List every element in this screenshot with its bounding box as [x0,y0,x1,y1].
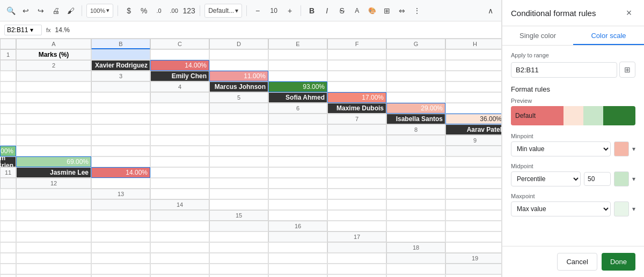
paint-format-icon[interactable]: 🖌 [64,4,77,17]
zoom-selector[interactable]: 100% ▾ [86,4,113,18]
cell-e14[interactable] [445,199,501,210]
cell-h19[interactable] [327,264,386,274]
cell-h1[interactable] [445,49,501,60]
cell-i16[interactable] [209,231,268,242]
cell-d17[interactable] [0,242,16,253]
cell-a4[interactable]: Marcus Johnson [209,81,268,92]
minpoint-color-swatch[interactable] [614,141,629,156]
font-size-increase-icon[interactable]: + [283,4,296,17]
cell-b4[interactable]: 93.00% [268,81,327,92]
cell-g4[interactable] [0,92,16,103]
cell-h8[interactable] [268,135,327,146]
cell-e4[interactable] [445,81,501,92]
cell-i8[interactable] [327,135,386,146]
text-color-icon[interactable]: A [350,4,363,17]
font-size-decrease-icon[interactable]: − [251,4,264,17]
range-grid-icon[interactable]: ⊞ [619,62,635,78]
cell-a12[interactable] [91,178,150,189]
cell-h4[interactable] [16,92,91,103]
cell-f13[interactable] [445,189,501,199]
cell-h11[interactable] [445,167,501,178]
cell-c10[interactable] [91,156,150,167]
cell-a10[interactable]: Liam O'Brien [0,156,16,167]
cell-f8[interactable] [150,135,209,146]
cell-f12[interactable] [386,178,445,189]
cell-d7[interactable] [0,124,16,135]
cell-b13[interactable] [209,189,268,199]
cell-a20[interactable] [0,274,16,277]
cell-d12[interactable] [268,178,327,189]
cell-h18[interactable] [268,253,327,264]
cell-e7[interactable] [16,124,91,135]
cell-c3[interactable] [268,71,327,81]
cell-a2[interactable]: Xavier Rodriguez [91,60,150,71]
cell-a6[interactable]: Maxime Dubois [327,103,386,114]
cell-g6[interactable] [91,114,150,124]
font-size-input[interactable] [266,7,281,14]
decimal-inc-icon[interactable]: .00 [167,4,180,17]
cell-a11[interactable]: Jasmine Lee [16,167,91,178]
cell-a16[interactable] [327,221,386,231]
cell-e6[interactable] [0,114,16,124]
cell-i19[interactable] [386,264,445,274]
cell-c5[interactable] [386,92,445,103]
cell-a14[interactable] [209,199,268,210]
cell-c4[interactable] [327,81,386,92]
cell-g10[interactable] [327,156,386,167]
cell-f10[interactable] [268,156,327,167]
cell-b1[interactable] [91,49,150,60]
cell-a1[interactable]: Marks (%) [16,49,91,60]
cell-b15[interactable] [327,210,386,221]
cell-e12[interactable] [327,178,386,189]
maxpoint-color-dropdown[interactable]: ▾ [632,205,635,213]
cell-g19[interactable] [268,264,327,274]
done-button[interactable]: Done [602,253,635,271]
cell-a8[interactable]: Aarav Patel [445,124,501,135]
cell-b2[interactable]: 14.00% [150,60,209,71]
cell-i20[interactable] [445,274,501,277]
cell-b11[interactable]: 14.00% [91,167,150,178]
cell-f18[interactable] [150,253,209,264]
cell-g7[interactable] [150,124,209,135]
cell-i3[interactable] [16,81,91,92]
cell-d4[interactable] [386,81,445,92]
cell-i18[interactable] [327,253,386,264]
cell-f7[interactable] [91,124,150,135]
redo-icon[interactable]: ↪ [34,4,47,17]
cell-g9[interactable] [268,146,327,156]
cell-d8[interactable] [16,135,91,146]
cell-g5[interactable] [16,103,91,114]
cell-d14[interactable] [386,199,445,210]
cell-f1[interactable] [327,49,386,60]
cell-i2[interactable] [0,71,16,81]
minpoint-color-dropdown[interactable]: ▾ [632,145,635,153]
cell-d19[interactable] [91,264,150,274]
cell-b12[interactable] [150,178,209,189]
cell-e17[interactable] [16,242,91,253]
cell-b16[interactable] [386,221,445,231]
cell-e13[interactable] [386,189,445,199]
cell-a15[interactable] [268,210,327,221]
cell-i6[interactable] [209,114,268,124]
cell-d10[interactable] [150,156,209,167]
cell-a13[interactable] [150,189,209,199]
cell-c19[interactable] [16,264,91,274]
cell-d5[interactable] [445,92,501,103]
cell-i10[interactable] [445,156,501,167]
cell-e11[interactable] [268,167,327,178]
cell-d13[interactable] [327,189,386,199]
decimal-dec-icon[interactable]: .0 [152,4,165,17]
cell-h3[interactable] [0,81,16,92]
cell-h9[interactable] [327,146,386,156]
cell-g15[interactable] [16,221,91,231]
cell-b9[interactable]: 80.00% [0,146,16,156]
cell-g11[interactable] [386,167,445,178]
font-family-selector[interactable]: Default... ▾ [204,4,242,18]
cell-c16[interactable] [445,221,501,231]
cell-a7[interactable]: Isabella Santos [386,114,445,124]
cell-d1[interactable] [209,49,268,60]
cell-h10[interactable] [386,156,445,167]
strikethrough-button[interactable]: S [335,4,348,17]
cell-b5[interactable]: 17.00% [327,92,386,103]
cell-i9[interactable] [386,146,445,156]
